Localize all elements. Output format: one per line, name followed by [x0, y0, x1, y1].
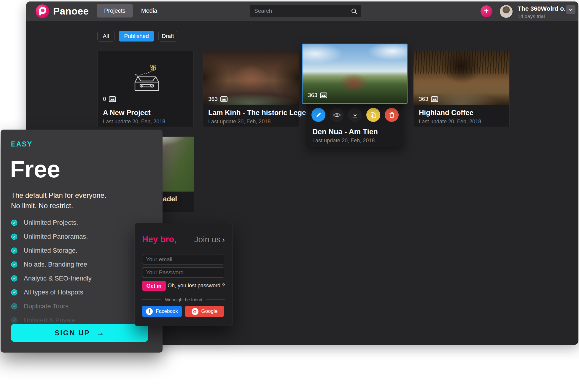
plan-name: Free	[10, 156, 60, 183]
chevron-down-icon	[569, 8, 573, 11]
plan-tagline: The default Plan for everyone.	[11, 191, 106, 200]
password-field[interactable]	[142, 267, 224, 278]
feature-item: All types of Hotspots	[11, 285, 92, 299]
arrow-right-icon: →	[96, 328, 104, 338]
sign-up-button[interactable]: SIGN UP →	[11, 324, 148, 342]
feature-list: Unlimited Projects. Unlimited Panoramas.…	[11, 216, 92, 327]
card-updated: Last update 20, Feb, 2018	[419, 119, 481, 125]
top-bar: Panoee Projects Media + The 360Wolrd o..…	[26, 1, 578, 21]
card-updated: Last update 20, Feb, 2018	[312, 138, 375, 144]
panorama-count: 363	[308, 92, 317, 98]
google-login-button[interactable]: G Google	[185, 306, 224, 317]
panorama-count-badge: 0	[103, 96, 116, 102]
card-title: Highland Coffee	[419, 109, 473, 117]
join-us-link[interactable]: Join us›	[194, 235, 225, 244]
feature-label: All types of Hotspots	[24, 289, 83, 296]
search-input[interactable]	[250, 5, 361, 17]
card-title: Den Nua - Am Tien	[312, 128, 378, 136]
check-circle-icon	[11, 303, 18, 310]
image-icon	[431, 96, 438, 102]
brand-logo[interactable]: Panoee	[36, 4, 89, 18]
check-circle-icon	[11, 233, 18, 240]
check-circle-icon	[11, 247, 18, 254]
divider-label: We might be friend	[165, 297, 202, 302]
plan-tier-label: EASY	[11, 140, 33, 148]
feature-label: Unlimited Panoramas.	[24, 233, 88, 240]
project-card-dennua[interactable]: Den Nua - Am Tien Last update 20, Feb, 2…	[306, 104, 403, 147]
image-icon	[320, 93, 327, 98]
panorama-thumbnail-selected[interactable]: 363	[302, 44, 408, 104]
eye-icon	[333, 112, 341, 118]
project-card-lamkinh[interactable]: 363 Lam Kinh - The historic Legend Last …	[203, 51, 299, 127]
image-icon	[220, 96, 228, 102]
filter-all[interactable]: All	[97, 31, 114, 42]
card-title: Lam Kinh - The historic Legend	[208, 109, 315, 117]
panorama-count-badge: 363	[419, 96, 438, 102]
tab-projects[interactable]: Projects	[97, 4, 133, 17]
trial-status: 14 days trial	[518, 14, 545, 20]
feature-item: Analytic & SEO-friendly	[11, 271, 92, 285]
plan-tagline: No limit. No restrict.	[11, 202, 73, 210]
feature-label: Unlisted & Private	[24, 316, 76, 324]
card-updated: Last update 20, Feb, 2018	[103, 119, 165, 125]
feature-item: No ads. Branding free	[11, 257, 92, 271]
signup-modal: Hey bro, Join us› Get in Oh, you lost pa…	[134, 223, 233, 326]
project-card-new[interactable]: 0 A New Project Last update 20, Feb, 201…	[97, 51, 194, 127]
filter-draft[interactable]: Draft	[158, 31, 177, 42]
google-icon: G	[192, 308, 198, 315]
trash-icon	[389, 112, 395, 118]
plus-icon: +	[484, 6, 489, 15]
sign-up-label: SIGN UP	[55, 329, 90, 337]
check-circle-icon	[11, 219, 18, 226]
feature-label: No ads. Branding free	[24, 261, 87, 268]
feature-label: Analytic & SEO-friendly	[24, 275, 92, 282]
panorama-count-badge: 363	[308, 92, 327, 98]
duplicate-button[interactable]	[366, 108, 380, 122]
card-title: A New Project	[103, 109, 151, 117]
panorama-count: 363	[419, 96, 428, 102]
panorama-count: 363	[208, 96, 218, 102]
search-icon[interactable]	[351, 8, 357, 16]
panorama-thumbnail: 363	[413, 51, 509, 105]
feature-item: Unlimited Storage.	[11, 243, 92, 257]
empty-thumbnail: 0	[98, 51, 193, 105]
download-icon	[352, 112, 358, 118]
check-circle-icon	[11, 317, 18, 324]
feature-item: Unlimited Panoramas.	[11, 230, 92, 243]
delete-button[interactable]	[385, 108, 399, 122]
add-project-button[interactable]: +	[481, 5, 492, 17]
check-circle-icon	[11, 289, 18, 296]
feature-item: Duplicate Tours	[11, 299, 92, 313]
feature-label: Unlimited Projects.	[24, 219, 78, 227]
chevron-right-icon: ›	[222, 235, 225, 244]
preview-button[interactable]	[330, 108, 344, 122]
google-label: Google	[201, 308, 218, 314]
facebook-login-button[interactable]: f Facebook	[142, 306, 182, 317]
lost-password-link[interactable]: Oh, you lost password ?	[168, 283, 225, 289]
filter-published[interactable]: Published	[119, 31, 154, 42]
panorama-thumbnail: 363	[203, 51, 299, 105]
feature-label: Duplicate Tours	[24, 302, 69, 310]
card-updated: Last update 20, Feb, 2018	[208, 119, 271, 125]
avatar[interactable]	[500, 5, 513, 18]
user-menu-button[interactable]	[566, 5, 575, 14]
pencil-icon	[315, 112, 322, 118]
empty-box-bee-icon	[125, 64, 166, 97]
tab-media[interactable]: Media	[136, 4, 162, 17]
join-us-label: Join us	[194, 235, 221, 244]
edit-button[interactable]	[311, 108, 325, 122]
check-circle-icon	[11, 275, 18, 282]
panorama-count: 0	[103, 96, 106, 102]
panoee-logo-icon	[36, 4, 49, 18]
image-icon	[109, 96, 116, 102]
panorama-count-badge: 363	[208, 96, 228, 102]
download-button[interactable]	[348, 108, 362, 122]
user-name: The 360Wolrd o...	[518, 5, 569, 12]
get-in-button[interactable]: Get in	[142, 281, 166, 291]
email-field[interactable]	[142, 254, 224, 265]
search-box	[250, 5, 361, 17]
facebook-label: Facebook	[156, 308, 178, 314]
copy-icon	[370, 112, 377, 118]
project-card-highland[interactable]: 363 Highland Coffee Last update 20, Feb,…	[413, 51, 510, 127]
brand-name: Panoee	[53, 6, 89, 17]
